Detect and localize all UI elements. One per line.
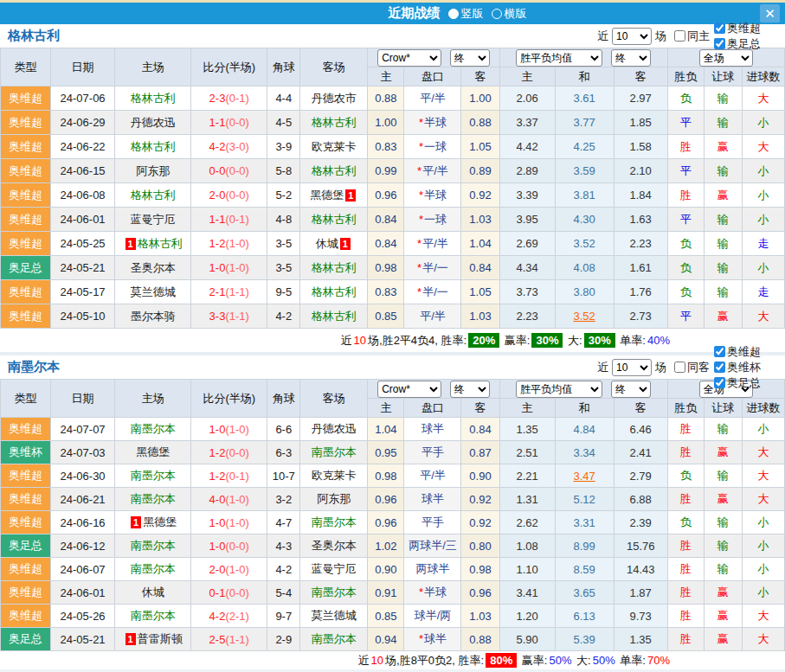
match-score: 4-0(1-0) bbox=[191, 488, 267, 511]
radio-selected-icon[interactable] bbox=[448, 9, 459, 19]
summary-part: 赢率: bbox=[518, 653, 547, 669]
away-team: 欧克莱卡 bbox=[300, 464, 368, 488]
euro-avg-select[interactable]: 胜平负均值 bbox=[516, 49, 602, 67]
euro-draw-odds: 3.80 bbox=[555, 280, 614, 304]
league-filters: 奥维超奥足总 bbox=[710, 21, 761, 52]
match-type: 奥维超 bbox=[1, 111, 51, 135]
same-venue-checkbox[interactable] bbox=[674, 362, 685, 373]
asian-handicap: *半球 bbox=[404, 111, 461, 135]
league-filter[interactable]: 奥维杯 bbox=[714, 360, 761, 375]
league-checkbox[interactable] bbox=[714, 362, 725, 373]
near-label: 近 bbox=[597, 360, 608, 375]
league-badge: 奥足总 bbox=[9, 539, 42, 552]
match-type: 奥维超 bbox=[1, 280, 51, 304]
result-goals: 小 bbox=[742, 256, 784, 280]
league-checkbox[interactable] bbox=[714, 38, 725, 49]
match-count-select[interactable]: 10 bbox=[612, 28, 652, 45]
col-header-date: 日期 bbox=[51, 380, 115, 418]
team-name: 阿东那 bbox=[317, 492, 351, 505]
result-handicap: 输 bbox=[704, 86, 742, 111]
odds-company-select[interactable]: Crow* bbox=[377, 381, 441, 398]
asian-final-select[interactable]: 终 bbox=[450, 381, 490, 398]
close-icon[interactable]: ✕ bbox=[760, 4, 780, 22]
league-badge: 奥维杯 bbox=[9, 445, 42, 458]
same-venue-filter[interactable]: 同客 bbox=[674, 360, 710, 375]
result-handicap: 赢 bbox=[704, 605, 742, 628]
layout-option-horizontal[interactable]: 横版 bbox=[492, 6, 527, 22]
result-winloss: 胜 bbox=[667, 534, 704, 558]
home-team: 南墨尔本 bbox=[115, 418, 191, 441]
league-checkbox[interactable] bbox=[714, 346, 725, 357]
match-row: 奥维超24-07-06格林古利2-3(0-1)4-4丹德农市0.88平/半1.0… bbox=[1, 86, 785, 111]
col-header-handicap: 盘口 bbox=[404, 399, 461, 418]
summary-part: 近 bbox=[341, 333, 352, 349]
result-winloss: 平 bbox=[667, 111, 704, 135]
asian-away-odds: 1.03 bbox=[461, 304, 499, 329]
star-marker: * bbox=[417, 261, 421, 274]
fulltime-score: 1-2 bbox=[209, 237, 226, 250]
star-marker: * bbox=[417, 285, 421, 298]
euro-avg-select[interactable]: 胜平负均值 bbox=[516, 381, 602, 398]
halftime-score: (1-1) bbox=[225, 633, 248, 646]
match-count-select[interactable]: 10 bbox=[612, 359, 652, 376]
same-venue-checkbox[interactable] bbox=[674, 30, 685, 42]
scope-select[interactable]: 全场 bbox=[699, 49, 753, 67]
team-name: 格林古利 bbox=[312, 310, 357, 323]
asian-away-odds: 1.05 bbox=[461, 135, 499, 159]
result-handicap: 输 bbox=[704, 280, 742, 304]
handicap-text: 平/半 bbox=[422, 237, 448, 250]
match-date: 24-07-03 bbox=[51, 441, 115, 464]
home-team: 墨尔本骑 bbox=[115, 304, 191, 329]
euro-away-odds: 1.61 bbox=[614, 256, 667, 280]
corner-count: 3-2 bbox=[267, 488, 300, 511]
halftime-score: (0-1) bbox=[225, 92, 248, 105]
league-checkbox[interactable] bbox=[714, 22, 725, 34]
col-header-corner: 角球 bbox=[267, 380, 300, 418]
match-date: 24-07-06 bbox=[51, 86, 115, 111]
euro-draw-odds: 3.52 bbox=[555, 232, 614, 256]
home-team: 1黑德堡 bbox=[115, 511, 191, 534]
handicap-text: 一球 bbox=[424, 213, 447, 226]
euro-draw-odds: 8.59 bbox=[555, 558, 614, 581]
euro-draw-odds: 5.39 bbox=[555, 628, 614, 651]
result-handicap: 输 bbox=[704, 464, 742, 488]
euro-away-odds: 1.76 bbox=[614, 280, 667, 304]
league-filter[interactable]: 奥足总 bbox=[714, 375, 761, 391]
team-name: 莫兰德城 bbox=[131, 285, 176, 298]
away-team: 南墨尔本 bbox=[300, 441, 368, 464]
result-winloss: 胜 bbox=[667, 605, 704, 628]
asian-home-odds: 1.04 bbox=[368, 418, 404, 441]
asian-away-odds: 0.92 bbox=[461, 183, 499, 208]
euro-draw-odds[interactable]: 3.52 bbox=[555, 304, 614, 329]
radio-unselected-icon[interactable] bbox=[492, 9, 502, 19]
result-handicap: 输 bbox=[704, 208, 742, 232]
layout-option-vertical[interactable]: 竖版 bbox=[448, 6, 484, 22]
asian-handicap: 球半 bbox=[404, 418, 461, 441]
league-filter[interactable]: 奥维超 bbox=[714, 344, 761, 360]
match-date: 24-06-21 bbox=[51, 488, 115, 511]
league-checkbox[interactable] bbox=[714, 377, 725, 388]
euro-final-select[interactable]: 终 bbox=[611, 49, 651, 67]
euro-draw-odds[interactable]: 3.47 bbox=[555, 464, 614, 488]
result-winloss: 胜 bbox=[667, 558, 704, 581]
corner-count: 5-8 bbox=[267, 159, 300, 183]
corner-count: 4-2 bbox=[267, 558, 300, 581]
summary-part: 大: bbox=[573, 653, 590, 669]
result-handicap: 赢 bbox=[704, 488, 742, 511]
team-section: 格林古利 近 10 场 同主 奥维超奥足总 类型 bbox=[0, 24, 785, 352]
summary-part: 50% bbox=[549, 654, 571, 667]
corner-count: 4-3 bbox=[267, 534, 300, 558]
same-venue-filter[interactable]: 同主 bbox=[674, 29, 710, 44]
league-filter[interactable]: 奥维超 bbox=[714, 21, 761, 36]
match-type: 奥维杯 bbox=[1, 441, 51, 464]
home-team: 蓝曼宁厄 bbox=[115, 208, 191, 232]
league-filter[interactable]: 奥足总 bbox=[714, 36, 761, 52]
star-marker: * bbox=[419, 632, 423, 645]
halftime-score: (1-1) bbox=[225, 285, 248, 298]
odds-company-select[interactable]: Crow* bbox=[377, 49, 441, 67]
corner-count: 3-5 bbox=[267, 232, 300, 256]
asian-final-select[interactable]: 终 bbox=[450, 49, 490, 67]
match-score: 1-0(1-0) bbox=[191, 511, 267, 534]
home-team: 格林古利 bbox=[115, 183, 191, 208]
star-marker: * bbox=[419, 116, 423, 129]
